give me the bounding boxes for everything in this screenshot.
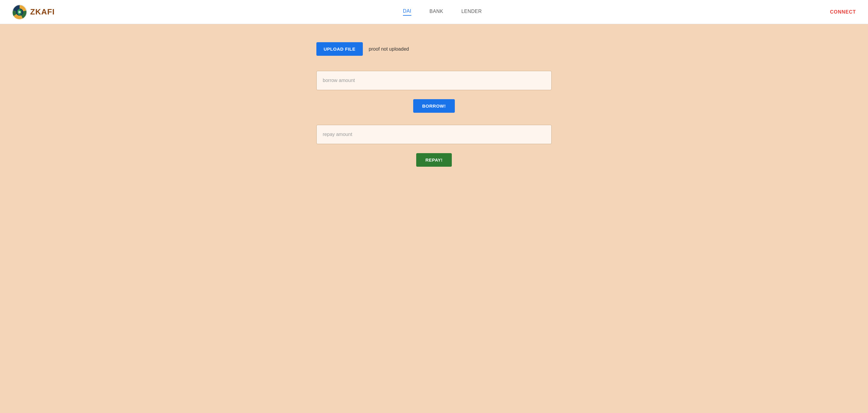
- nav-item-bank[interactable]: BANK: [430, 9, 443, 15]
- nav-item-lender[interactable]: LENDER: [461, 9, 482, 15]
- repay-amount-input[interactable]: [316, 125, 552, 144]
- logo-icon: [12, 4, 27, 20]
- svg-point-2: [19, 11, 21, 13]
- upload-section: UPLOAD FILE proof not uploaded: [316, 42, 409, 56]
- logo-link[interactable]: ZKAFI: [12, 4, 55, 20]
- repay-input-section: [316, 125, 552, 144]
- navbar: ZKAFI DAI BANK LENDER CONNECT: [0, 0, 868, 24]
- logo-text: ZKAFI: [30, 7, 55, 17]
- repay-button-row: REPAY!: [316, 153, 552, 167]
- borrow-button[interactable]: BORROW!: [413, 99, 455, 113]
- nav-item-dai[interactable]: DAI: [403, 8, 411, 16]
- main-content: UPLOAD FILE proof not uploaded BORROW! R…: [0, 24, 868, 197]
- borrow-button-row: BORROW!: [316, 99, 552, 113]
- connect-button[interactable]: CONNECT: [830, 9, 856, 15]
- borrow-amount-input[interactable]: [316, 71, 552, 90]
- upload-file-button[interactable]: UPLOAD FILE: [316, 42, 363, 56]
- repay-button[interactable]: REPAY!: [416, 153, 452, 167]
- nav-links: DAI BANK LENDER: [403, 8, 482, 16]
- upload-status-text: proof not uploaded: [369, 46, 409, 52]
- content-wrapper: UPLOAD FILE proof not uploaded BORROW! R…: [304, 42, 564, 179]
- borrow-input-section: [316, 71, 552, 90]
